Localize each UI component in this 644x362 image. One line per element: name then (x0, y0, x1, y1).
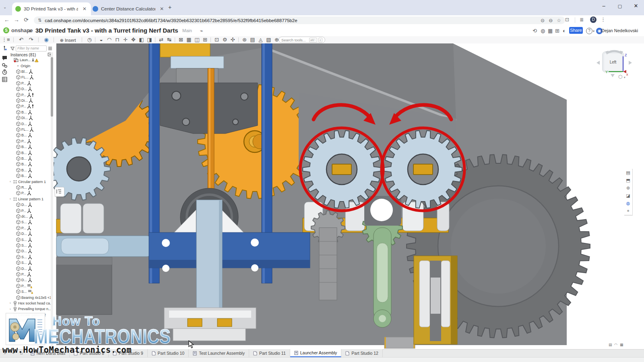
instance-row[interactable]: S... (16, 254, 32, 260)
filter-funnel-icon[interactable] (10, 46, 14, 51)
bookmark-star-icon[interactable]: ☆ (557, 18, 561, 23)
instance-row[interactable]: ›Prevailing torque n... (10, 306, 51, 312)
toolbar-tool-icon[interactable]: ▦ (185, 36, 193, 43)
keyboard-shortcuts-icon[interactable]: ▦ (620, 343, 623, 347)
mate-connector-rail-icon[interactable] (2, 45, 8, 51)
toolbar-tool-icon[interactable]: ⊠ (177, 36, 185, 43)
instance-row[interactable]: P... (16, 272, 31, 277)
viewport-canvas[interactable] (54, 43, 644, 349)
browser-tab-active[interactable]: 3D Printed Tank v3 - with a Tur ✕ (12, 2, 91, 15)
instance-row[interactable]: ›Linear pattern 1 (10, 196, 44, 202)
help-caret-icon[interactable]: ▾ (593, 29, 594, 33)
instance-row[interactable]: P... (16, 92, 34, 97)
exploded-view-icon[interactable]: ⬒ (624, 177, 632, 185)
instance-row[interactable]: B... (16, 161, 32, 167)
instance-row[interactable]: dc... (16, 214, 33, 219)
instance-row[interactable]: D... (16, 231, 32, 237)
help-icon[interactable]: ? (586, 28, 592, 34)
toolbar-tool-icon[interactable]: ✛ (121, 36, 129, 43)
instance-row[interactable]: B... (16, 109, 32, 115)
filter-input[interactable]: Filter by name (16, 45, 47, 51)
new-tab-button[interactable]: + (168, 4, 171, 10)
bom-table-rail-icon[interactable] (2, 76, 8, 82)
instance-row[interactable]: D... (16, 86, 32, 92)
document-link-icon[interactable]: ⌁ (200, 28, 203, 34)
toolbar-tool-icon[interactable]: ⚙ (221, 36, 229, 43)
element-tab[interactable]: Test Launcher Assembly (189, 349, 249, 357)
comments-rail-icon[interactable] (2, 55, 8, 61)
expand-chevron-icon[interactable]: › (10, 301, 13, 305)
browser-profile-avatar[interactable]: D (590, 16, 597, 23)
instance-row[interactable]: Bl... (16, 69, 33, 74)
expand-chevron-icon[interactable]: › (10, 307, 13, 311)
instance-row[interactable]: D... (16, 248, 32, 254)
appearance-globe-icon[interactable]: ◍ (624, 200, 632, 208)
window-close-button[interactable]: ✕ (628, 0, 644, 12)
browser-menu-icon[interactable]: ⋮ (601, 16, 606, 23)
expand-chevron-icon[interactable]: › (10, 197, 13, 201)
reload-button[interactable]: ⟳ (22, 16, 31, 23)
share-button[interactable]: Share (569, 27, 583, 34)
instance-row[interactable]: S... (16, 289, 33, 294)
instance-row[interactable]: B... (16, 132, 32, 138)
instance-row[interactable]: FL... (16, 74, 34, 80)
viewport[interactable] (54, 43, 644, 349)
instance-row[interactable]: ›Circular pattern 1 (10, 179, 47, 184)
toolbar-tool-icon[interactable]: ◨ (145, 36, 153, 43)
toolbar-tool-icon[interactable]: ⊓ (113, 36, 121, 43)
instance-row[interactable]: P... (16, 283, 32, 289)
section-view-icon[interactable]: ◪ (624, 192, 632, 200)
view-cube-menu-icon[interactable]: ⬡ ▾ (618, 74, 625, 80)
expand-chevron-icon[interactable]: › (10, 180, 13, 183)
instance-row[interactable]: P... (16, 190, 31, 196)
instance-row[interactable]: P... (16, 208, 31, 213)
toolbar-tool-icon[interactable]: ⊛ (240, 36, 248, 43)
instance-row[interactable]: B... (16, 144, 32, 150)
history-icon[interactable]: ⟲ (533, 28, 537, 34)
toolbar-tool-icon[interactable]: ◠ (105, 36, 113, 43)
toolbar-tool-icon[interactable]: ◒ (97, 36, 105, 43)
instance-row[interactable]: S... (16, 219, 32, 225)
instance-row[interactable]: B... (16, 173, 32, 179)
instance-row[interactable]: R... (16, 185, 32, 190)
instance-row[interactable]: S... (16, 243, 32, 248)
notifications-bell-icon[interactable]: ◍ (541, 28, 545, 34)
document-menu-icon[interactable]: ≡ (28, 28, 31, 34)
instance-row[interactable]: D... (16, 265, 32, 271)
instance-row[interactable]: Laun...! (14, 57, 40, 63)
cloud-status-icon[interactable]: ◠ (614, 343, 617, 347)
forward-button[interactable]: → (12, 16, 21, 23)
element-tab[interactable]: Part Studio 12 (341, 349, 383, 357)
instance-row[interactable]: Di... (16, 115, 33, 121)
insert-button[interactable]: ⊕ Insert (58, 37, 78, 44)
isolate-icon[interactable]: ⌖ (624, 207, 632, 215)
list-options-icon[interactable] (48, 46, 52, 51)
workspace-label[interactable]: Main (182, 28, 192, 33)
tab-close-icon[interactable]: ✕ (81, 6, 88, 12)
redo-button[interactable]: ↷ (27, 36, 35, 43)
element-tab[interactable]: Part Studio 10 (148, 349, 189, 357)
toolbar-tool-icon[interactable]: ◷ (85, 36, 93, 43)
toolbar-tool-icon[interactable]: ✥ (129, 36, 137, 43)
toolbar-tool-icon[interactable]: ◧ (137, 36, 145, 43)
toolbar-tool-icon[interactable]: ◫ (193, 36, 201, 43)
versions-rail-icon[interactable] (2, 62, 8, 68)
instance-row[interactable]: Di... (16, 98, 33, 103)
toolbar-tool-icon[interactable]: ⊞ (201, 36, 209, 43)
instance-row[interactable]: •Origin (16, 63, 31, 68)
instance-row[interactable]: Bearing 4x13x5 <1> (16, 294, 51, 300)
back-button[interactable]: ← (2, 16, 11, 23)
app-store-icon[interactable]: ⊞ (555, 28, 559, 34)
search-tools-input[interactable]: Search tools... alt/~ c (279, 37, 325, 43)
instance-row[interactable]: B... (16, 167, 32, 173)
password-key-icon[interactable]: ⊝ (541, 18, 545, 23)
bom-panel-icon[interactable]: ▤ (624, 169, 632, 177)
reference-manager-icon[interactable]: ▦ (548, 28, 553, 34)
history-rail-icon[interactable] (2, 69, 8, 75)
site-settings-icon[interactable]: ⇅ (38, 18, 41, 23)
print-icon[interactable]: ▤ (609, 343, 612, 347)
instance-row[interactable]: D... (16, 277, 32, 283)
instance-row[interactable]: FL... (16, 127, 34, 132)
feature-list-toggle-icon[interactable]: ⋮≡ (2, 36, 10, 43)
user-name[interactable]: Dejan Nedelkovski (601, 28, 638, 33)
